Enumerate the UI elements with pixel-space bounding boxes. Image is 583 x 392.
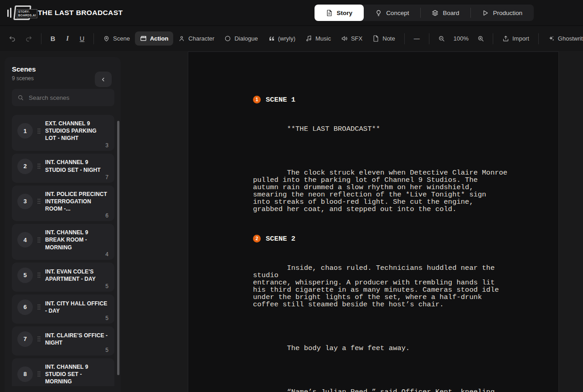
scene-title: INT. CHANNEL 9 STUDIO SET - MORNING bbox=[45, 363, 109, 386]
drag-handle-icon[interactable] bbox=[37, 272, 41, 279]
tab-production[interactable]: Production bbox=[470, 5, 534, 21]
script-paragraph-text: “Name’s Julian Reed,” said Officer Kent,… bbox=[253, 388, 499, 392]
speaker-icon bbox=[341, 35, 348, 42]
sparkles-icon bbox=[548, 35, 555, 42]
toolbar-divider bbox=[429, 33, 429, 44]
scene-number: 7 bbox=[17, 331, 33, 347]
scene-list-item[interactable]: 3 INT. POLICE PRECINCT INTERROGATION ROO… bbox=[12, 186, 114, 222]
layers-icon bbox=[432, 10, 439, 16]
tab-concept[interactable]: Concept bbox=[364, 5, 420, 21]
redo-button[interactable] bbox=[21, 31, 37, 46]
scene-list-item[interactable]: 1 EXT. CHANNEL 9 STUDIOS PARKING LOT - N… bbox=[12, 115, 114, 151]
script-block[interactable]: Inside, chaos ruled. Technicians huddled… bbox=[253, 242, 512, 315]
drag-handle-icon[interactable] bbox=[37, 371, 41, 377]
italic-button[interactable]: I bbox=[60, 31, 75, 46]
import-button[interactable]: Import bbox=[497, 31, 534, 46]
scene-shot-count: 7 bbox=[105, 174, 108, 181]
script-block[interactable]: **THE LAST BROADCAST** bbox=[253, 103, 512, 140]
project-title: THE LAST BROADCAST bbox=[38, 9, 123, 17]
underline-icon: U bbox=[79, 35, 85, 42]
zoom-out-button[interactable] bbox=[433, 31, 449, 46]
scene-number: 1 bbox=[17, 123, 33, 139]
dialogue-tool-button[interactable]: Dialogue bbox=[219, 31, 263, 46]
script-paragraph-text: **THE LAST BROADCAST** bbox=[287, 125, 380, 133]
drag-handle-icon[interactable] bbox=[37, 163, 41, 170]
script-block[interactable]: The body lay a few feet away. bbox=[253, 323, 512, 359]
bold-icon: B bbox=[50, 35, 56, 42]
music-tool-button[interactable]: Music bbox=[300, 31, 336, 46]
scene-title: INT. CHANNEL 9 BREAK ROOM - MORNING bbox=[45, 229, 109, 251]
scene-list-item[interactable]: 8 INT. CHANNEL 9 STUDIO SET - MORNING 6 bbox=[12, 358, 114, 386]
note-file-icon bbox=[372, 35, 379, 42]
note-tool-label: Note bbox=[382, 35, 395, 42]
toolbar-divider bbox=[493, 33, 493, 44]
character-tool-button[interactable]: Character bbox=[173, 31, 219, 46]
drag-handle-icon[interactable] bbox=[37, 304, 41, 310]
drag-handle-icon[interactable] bbox=[37, 237, 41, 243]
drag-handle-icon[interactable] bbox=[37, 335, 41, 342]
zoom-level: 100% bbox=[449, 31, 473, 46]
zoom-in-button[interactable] bbox=[473, 31, 489, 46]
ghostwriter-label: Ghostwriter bbox=[558, 35, 583, 42]
dash-icon: — bbox=[414, 35, 420, 42]
scene-number: 5 bbox=[17, 268, 33, 283]
dialogue-tool-label: Dialogue bbox=[234, 35, 258, 42]
scene-list-item[interactable]: 5 INT. EVAN COLE'S APARTMENT - DAY 5 bbox=[12, 263, 114, 292]
scene-list-item[interactable]: 4 INT. CHANNEL 9 BREAK ROOM - MORNING 4 bbox=[12, 224, 114, 260]
tab-story[interactable]: Story bbox=[315, 5, 364, 21]
note-tool-button[interactable]: Note bbox=[367, 31, 400, 46]
bold-button[interactable]: B bbox=[46, 31, 60, 46]
script-block[interactable]: 1 SCENE 1 bbox=[253, 96, 512, 103]
drag-handle-icon[interactable] bbox=[37, 198, 41, 205]
logo-frame-icon: STORY- BOARDS.AI bbox=[13, 5, 31, 20]
underline-button[interactable]: U bbox=[75, 31, 89, 46]
document-icon bbox=[326, 10, 333, 16]
scene-list-item[interactable]: 2 INT. CHANNEL 9 STUDIO SET - NIGHT 7 bbox=[12, 154, 114, 183]
script-block[interactable]: “Name’s Julian Reed,” said Officer Kent,… bbox=[253, 366, 512, 392]
scene-search-input[interactable] bbox=[28, 94, 105, 102]
toolbar-divider bbox=[93, 33, 94, 44]
scene-number: 4 bbox=[17, 232, 33, 248]
zoom-out-icon bbox=[438, 35, 445, 42]
script-block[interactable]: 2 SCENE 2 bbox=[253, 235, 512, 242]
script-paragraph-text: The body lay a few feet away. bbox=[287, 344, 410, 352]
scene-title: EXT. CHANNEL 9 STUDIOS PARKING LOT - NIG… bbox=[45, 120, 109, 142]
sfx-tool-button[interactable]: SFX bbox=[336, 31, 367, 46]
scene-number-badge: 1 bbox=[253, 96, 261, 103]
scene-list-item[interactable]: 7 INT. CLAIRE'S OFFICE - NIGHT 5 bbox=[12, 326, 114, 356]
zoom-in-icon bbox=[477, 35, 484, 42]
logo-bar bbox=[10, 8, 11, 18]
storyboards-logo: STORY- BOARDS.AI bbox=[7, 5, 31, 20]
script-block[interactable]: The clock struck eleven when Detective C… bbox=[253, 147, 512, 220]
app-header: STORY- BOARDS.AI THE LAST BROADCAST Stor… bbox=[0, 0, 583, 26]
scene-list-item[interactable]: 6 INT. CITY HALL OFFICE - DAY 5 bbox=[12, 294, 114, 324]
scene-number: 2 bbox=[17, 159, 33, 174]
scene-number-badge: 2 bbox=[253, 235, 261, 242]
ghostwriter-button[interactable]: Ghostwriter bbox=[543, 31, 583, 46]
sidebar-header: Scenes 9 scenes bbox=[12, 65, 114, 82]
toolbar-divider bbox=[404, 33, 405, 44]
drag-handle-icon[interactable] bbox=[37, 128, 41, 134]
speech-bubble-icon bbox=[224, 35, 231, 42]
scene-list-scrollbar[interactable] bbox=[117, 121, 119, 375]
italic-icon: I bbox=[65, 35, 70, 42]
scene-tool-button[interactable]: Scene bbox=[98, 31, 135, 46]
scene-shot-count: 5 bbox=[105, 315, 108, 321]
scene-title: INT. POLICE PRECINCT INTERROGATION ROOM … bbox=[45, 191, 109, 213]
tab-board[interactable]: Board bbox=[420, 5, 470, 21]
tab-label: Board bbox=[443, 10, 459, 16]
scene-shot-count: 6 bbox=[105, 212, 108, 219]
scene-heading-label: SCENE 1 bbox=[266, 96, 295, 103]
logo-bar bbox=[7, 10, 9, 17]
clapperboard-icon bbox=[140, 35, 147, 42]
wryly-tool-button[interactable]: (wryly) bbox=[263, 31, 300, 46]
action-tool-button[interactable]: Action bbox=[135, 31, 173, 46]
script-editor[interactable]: 1 SCENE 1 **THE LAST BROADCAST** The clo… bbox=[188, 52, 512, 392]
page-break-button[interactable]: — bbox=[409, 31, 425, 46]
collapse-sidebar-button[interactable] bbox=[95, 72, 112, 87]
scene-shot-count: 5 bbox=[105, 283, 108, 289]
play-icon bbox=[482, 10, 489, 16]
script-paragraph-text: Inside, chaos ruled. Technicians huddled… bbox=[253, 264, 499, 309]
scene-marker-icon bbox=[103, 35, 110, 42]
undo-button[interactable] bbox=[4, 31, 21, 46]
